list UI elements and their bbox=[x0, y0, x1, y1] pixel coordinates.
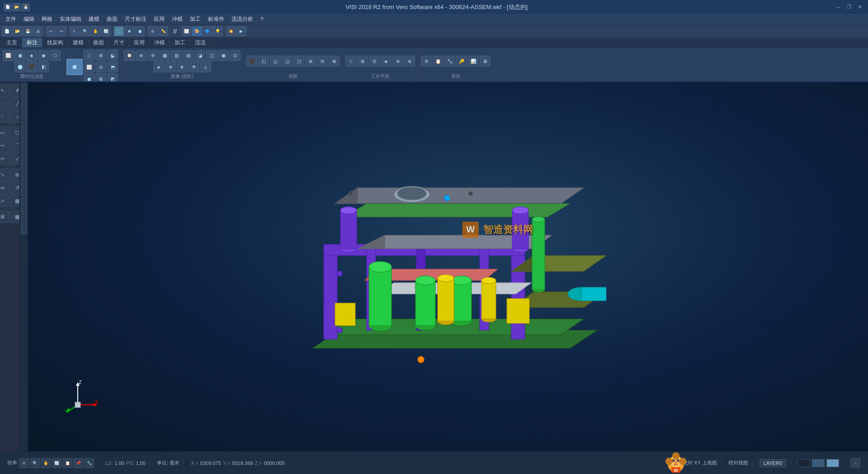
color-box-1[interactable] bbox=[797, 459, 810, 467]
tb-select[interactable]: ↖ bbox=[70, 26, 80, 36]
tab-machining[interactable]: 加工 bbox=[170, 38, 190, 47]
shape-icon-1[interactable]: □ bbox=[84, 50, 94, 61]
filter-icon-5[interactable]: ⬡ bbox=[50, 50, 61, 61]
tb-rotate[interactable]: 🔄 bbox=[101, 26, 111, 36]
view-icon-6[interactable]: ⊞ bbox=[305, 56, 316, 66]
tb-zoom[interactable]: 🔍 bbox=[80, 26, 90, 36]
tb-redo[interactable]: ↪ bbox=[57, 26, 66, 36]
rotate-icon2[interactable]: ↺ bbox=[10, 181, 20, 194]
tb-shade[interactable]: ■ bbox=[124, 26, 134, 36]
ctrl-icon-5[interactable]: 📋 bbox=[62, 458, 72, 468]
tb-open[interactable]: 📂 bbox=[12, 26, 22, 36]
img-icon-12[interactable]: ⬗ bbox=[165, 62, 176, 72]
tb-pan[interactable]: ✋ bbox=[90, 26, 100, 36]
wp-icon-3[interactable]: ⊟ bbox=[369, 56, 380, 66]
tab-wireframe[interactable]: 线架构 bbox=[42, 38, 68, 47]
close-button[interactable]: ✕ bbox=[855, 3, 864, 12]
tab-surface[interactable]: 曲面 bbox=[89, 38, 109, 47]
point-icon[interactable]: · bbox=[0, 97, 9, 110]
img-icon-7[interactable]: ◪ bbox=[194, 50, 205, 61]
status-extra-1[interactable]: ○ bbox=[850, 458, 860, 468]
menu-apply[interactable]: 应用 bbox=[150, 14, 168, 24]
img-icon-8[interactable]: ◫ bbox=[206, 50, 217, 61]
shape-icon-2[interactable]: ⬜ bbox=[84, 62, 94, 72]
img-icon-4[interactable]: ▦ bbox=[159, 50, 170, 61]
copy-icon[interactable]: ⧉ bbox=[10, 168, 20, 181]
sys-icon-2[interactable]: 📋 bbox=[433, 56, 443, 66]
ctrl-icon-3[interactable]: ✋ bbox=[41, 458, 51, 468]
img-icon-13[interactable]: ⬖ bbox=[177, 62, 188, 72]
wp-icon-2[interactable]: ⊞ bbox=[357, 56, 368, 66]
panel-icon-1[interactable] bbox=[21, 83, 27, 101]
tab-stamping[interactable]: 冲模 bbox=[150, 38, 170, 47]
img-icon-10[interactable]: ⊡ bbox=[230, 50, 241, 61]
select-icon[interactable]: ↖ bbox=[0, 84, 9, 97]
mirror-icon[interactable]: ⇔ bbox=[0, 181, 9, 194]
view-icon-7[interactable]: ⊟ bbox=[317, 56, 328, 66]
tb-wire[interactable]: □ bbox=[114, 26, 124, 36]
img-icon-15[interactable]: ◬ bbox=[200, 62, 211, 72]
ctrl-icon-7[interactable]: 🔧 bbox=[84, 458, 94, 468]
ctrl-icon-4[interactable]: 🔄 bbox=[52, 458, 61, 468]
img-icon-5[interactable]: ▥ bbox=[171, 50, 182, 61]
view-icon-8[interactable]: ⊠ bbox=[329, 56, 340, 66]
sys-icon-3[interactable]: 🔧 bbox=[444, 56, 455, 66]
tb-mat[interactable]: 🔷 bbox=[203, 26, 212, 36]
layer-name[interactable]: LAYER0 bbox=[760, 459, 786, 467]
tb-save[interactable]: 💾 bbox=[23, 26, 33, 36]
new-icon[interactable]: 📄 bbox=[4, 3, 12, 11]
menu-help[interactable]: ? bbox=[257, 15, 267, 24]
wp-icon-1[interactable]: ⊹ bbox=[345, 56, 356, 66]
menu-mesh[interactable]: 网格 bbox=[38, 14, 56, 24]
panel-icon-8[interactable] bbox=[21, 216, 27, 234]
img-icon-9[interactable]: ▣ bbox=[218, 50, 229, 61]
filter-icon-1[interactable]: ⬜ bbox=[3, 50, 14, 61]
view-icon-1[interactable]: ⬛ bbox=[246, 56, 257, 66]
panel-icon-3[interactable] bbox=[21, 121, 27, 139]
scale-icon[interactable]: ⤢ bbox=[0, 194, 9, 207]
tb-layer[interactable]: ⬜ bbox=[182, 26, 192, 36]
circle-icon[interactable]: ○ bbox=[10, 110, 20, 123]
line-icon[interactable]: ╱ bbox=[10, 97, 20, 110]
move-icon[interactable]: ⤡ bbox=[0, 168, 9, 181]
menu-file[interactable]: 文件 bbox=[2, 14, 20, 24]
tb-color[interactable]: 🎨 bbox=[192, 26, 202, 36]
ctrl-icon-2[interactable]: 🔍 bbox=[30, 458, 40, 468]
filter-icon-7[interactable]: ⬛ bbox=[26, 62, 37, 72]
viewport[interactable]: W 智造资料网 Z X Y bbox=[28, 82, 868, 451]
tb-measure[interactable]: 📏 bbox=[158, 26, 168, 36]
tb-section[interactable]: ⊘ bbox=[148, 26, 158, 36]
tb-explode[interactable]: 💥 bbox=[226, 26, 236, 36]
filter-icon-2[interactable]: ▣ bbox=[14, 50, 25, 61]
panel-icon-4[interactable] bbox=[21, 140, 27, 158]
view-icon-4[interactable]: ◲ bbox=[282, 56, 292, 66]
extend-icon[interactable]: ⤢ bbox=[10, 152, 20, 165]
tb-new[interactable]: 📄 bbox=[2, 26, 12, 36]
status-view-abs[interactable]: 绝对视图 bbox=[725, 460, 752, 466]
array-icon[interactable]: ▦ bbox=[10, 194, 20, 207]
menu-build[interactable]: 建模 bbox=[85, 14, 103, 24]
shape-icon-9[interactable]: ◩ bbox=[107, 73, 118, 82]
shape-solid-icon[interactable]: ■ bbox=[66, 59, 83, 75]
sys-icon-1[interactable]: ⚙ bbox=[421, 56, 432, 66]
tab-flow[interactable]: 流流 bbox=[190, 38, 211, 47]
tab-dim[interactable]: 尺寸 bbox=[109, 38, 129, 47]
tb-light[interactable]: 💡 bbox=[213, 26, 223, 36]
menu-stamp[interactable]: 冲模 bbox=[168, 14, 186, 24]
wp-icon-5[interactable]: ⊕ bbox=[392, 56, 403, 66]
img-icon-11[interactable]: ⬙ bbox=[153, 62, 164, 72]
tb-shade2[interactable]: ◼ bbox=[135, 26, 145, 36]
ctrl-icon-6[interactable]: 📌 bbox=[73, 458, 83, 468]
rectangle-icon[interactable]: ▭ bbox=[0, 126, 9, 139]
restore-button[interactable]: ❐ bbox=[844, 3, 854, 12]
snap-icon[interactable]: ⊞ bbox=[0, 210, 9, 223]
wp-icon-4[interactable]: ◈ bbox=[381, 56, 392, 66]
color-box-2[interactable] bbox=[812, 459, 825, 467]
menu-dim[interactable]: 尺寸标注 bbox=[121, 14, 150, 24]
wp-icon-6[interactable]: ⊗ bbox=[404, 56, 415, 66]
arc-icon[interactable]: ◜ bbox=[0, 110, 9, 123]
shape-icon-3[interactable]: ◼ bbox=[84, 73, 94, 82]
img-icon-3[interactable]: ⊗ bbox=[147, 50, 158, 61]
filter-icon-6[interactable]: ⬤ bbox=[14, 62, 25, 72]
tb-sim[interactable]: ▶ bbox=[236, 26, 246, 36]
